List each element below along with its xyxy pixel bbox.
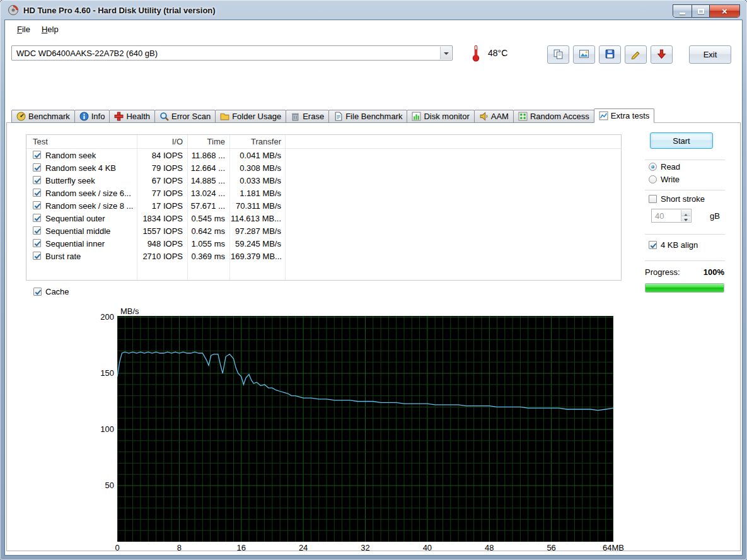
io-cell: 79 IOPS [137, 163, 183, 173]
cache-checkbox[interactable]: Cache [33, 287, 69, 296]
tab-extra-tests[interactable]: Extra tests [594, 108, 654, 123]
short-stroke-checkbox-box[interactable] [649, 195, 657, 203]
io-cell: 67 IOPS [137, 176, 183, 185]
tab-aam[interactable]: AAM [474, 110, 514, 123]
x-tick-label: 32 [347, 543, 385, 552]
table-row[interactable]: Random seek 4 KB79 IOPS12.664 ...0.308 M… [26, 161, 621, 174]
transfer-cell: 114.613 MB... [231, 214, 281, 223]
drive-select[interactable]: WDC WD6400AAKS-22A7B2 (640 gB) [11, 45, 453, 61]
y-tick-label: 150 [88, 368, 114, 378]
client-area: FileHelp WDC WD6400AAKS-22A7B2 (640 gB) … [5, 20, 742, 555]
table-row[interactable]: Burst rate2710 IOPS0.369 ms169.379 MB... [26, 250, 621, 262]
short-stroke-size-input[interactable]: 40 [651, 209, 692, 223]
time-cell: 12.664 ... [188, 163, 225, 173]
short-stroke-checkbox[interactable]: Short stroke [649, 194, 705, 204]
start-button[interactable]: Start [650, 132, 713, 149]
test-name-cell: Random seek / size 8 ... [45, 201, 133, 211]
title-bar[interactable]: HD Tune Pro 4.60 - Hard Disk Utility (tr… [0, 0, 747, 20]
test-checkbox[interactable] [33, 163, 41, 172]
exit-button[interactable]: Exit [689, 45, 731, 64]
write-radio[interactable]: Write [649, 175, 680, 184]
progress-bar-fill [646, 284, 724, 292]
tab-label: Random Access [530, 112, 589, 121]
column-header-time: Time [188, 137, 225, 146]
test-checkbox[interactable] [33, 214, 41, 222]
tab-health[interactable]: Health [109, 110, 155, 123]
time-cell: 14.885 ... [188, 176, 225, 185]
table-row[interactable]: Random seek / size 6...77 IOPS13.024 ...… [26, 187, 621, 199]
copy-image-button[interactable] [573, 45, 595, 64]
tab-file-benchmark[interactable]: File Benchmark [328, 110, 407, 123]
y-tick-label: 50 [88, 481, 114, 490]
tab-error-scan[interactable]: Error Scan [154, 110, 216, 123]
write-radio-label: Write [661, 175, 680, 184]
random-access-icon [518, 112, 528, 121]
app-window: HD Tune Pro 4.60 - Hard Disk Utility (tr… [0, 0, 747, 560]
tab-label: Extra tests [611, 111, 649, 120]
short-stroke-size-value: 40 [655, 211, 664, 221]
time-cell: 0.369 ms [188, 252, 225, 261]
short-stroke-label: Short stroke [661, 194, 705, 204]
tab-label: Erase [303, 112, 324, 121]
tab-folder-usage[interactable]: Folder Usage [215, 110, 286, 123]
tab-info[interactable]: Info [74, 110, 110, 123]
kb-align-checkbox[interactable]: 4 KB align [649, 240, 698, 250]
table-row[interactable]: Sequential inner948 IOPS1.055 ms59.245 M… [26, 237, 621, 250]
spin-down-button[interactable] [681, 216, 690, 221]
panel-divider [645, 260, 725, 261]
test-checkbox[interactable] [33, 151, 41, 159]
io-cell: 77 IOPS [137, 189, 183, 198]
x-tick-label: 16 [223, 543, 260, 552]
transfer-cell: 0.041 MB/s [231, 151, 281, 160]
table-row[interactable]: Butterfly seek67 IOPS14.885 ...0.033 MB/… [26, 174, 621, 187]
tab-erase[interactable]: Erase [286, 110, 329, 123]
minimize-icon [680, 13, 685, 15]
x-tick-label: 48 [470, 543, 508, 552]
copy-text-button[interactable] [547, 45, 569, 64]
tab-disk-monitor[interactable]: Disk monitor [407, 110, 474, 123]
test-checkbox[interactable] [33, 252, 41, 260]
spin-up-button[interactable] [681, 210, 690, 216]
io-cell: 84 IOPS [137, 151, 183, 160]
test-checkbox[interactable] [33, 189, 41, 197]
error-scan-icon [159, 112, 169, 121]
test-name-cell: Butterfly seek [45, 176, 95, 185]
table-row[interactable]: Sequential middle1557 IOPS0.642 ms97.287… [26, 225, 621, 237]
tests-table: TestI/OTimeTransfer Random seek84 IOPS11… [26, 134, 622, 281]
cache-label: Cache [45, 287, 69, 296]
tab-strip: BenchmarkInfoHealthError ScanFolder Usag… [11, 108, 654, 123]
read-radio-circle[interactable] [649, 163, 657, 171]
table-row[interactable]: Random seek / size 8 ...17 IOPS57.671 ..… [26, 199, 621, 212]
hdtune-logo-icon [8, 4, 19, 16]
maximize-button[interactable] [692, 5, 710, 17]
test-checkbox[interactable] [33, 201, 41, 209]
save-button[interactable] [599, 45, 621, 64]
transfer-cell: 59.245 MB/s [231, 239, 281, 248]
kb-align-checkbox-box[interactable] [649, 241, 657, 249]
save-icon [605, 49, 615, 61]
cache-checkbox-box[interactable] [33, 288, 42, 296]
copy-image-icon [579, 49, 589, 61]
capture-button[interactable] [625, 45, 647, 64]
test-name-cell: Random seek [45, 151, 96, 160]
x-tick-label: 56 [533, 543, 570, 552]
menu-file[interactable]: File [11, 22, 36, 37]
tab-random-access[interactable]: Random Access [513, 110, 594, 123]
test-checkbox[interactable] [33, 239, 41, 247]
column-header-i-o: I/O [137, 137, 183, 146]
table-row[interactable]: Sequential outer1834 IOPS0.545 ms114.613… [26, 212, 621, 225]
write-radio-circle[interactable] [649, 175, 657, 184]
read-radio[interactable]: Read [649, 162, 680, 172]
close-button[interactable]: × [710, 5, 739, 17]
transfer-chart [117, 316, 613, 542]
dropdown-arrow-icon[interactable] [440, 47, 451, 59]
test-checkbox[interactable] [33, 226, 41, 235]
tab-benchmark[interactable]: Benchmark [11, 110, 75, 123]
update-button[interactable] [651, 45, 673, 64]
table-row[interactable]: Random seek84 IOPS11.868 ...0.041 MB/s [26, 149, 621, 161]
menu-help[interactable]: Help [36, 22, 64, 37]
test-checkbox[interactable] [33, 176, 41, 184]
minimize-button[interactable] [673, 5, 692, 17]
time-cell: 0.545 ms [188, 214, 225, 223]
kb-align-label: 4 KB align [661, 240, 698, 250]
